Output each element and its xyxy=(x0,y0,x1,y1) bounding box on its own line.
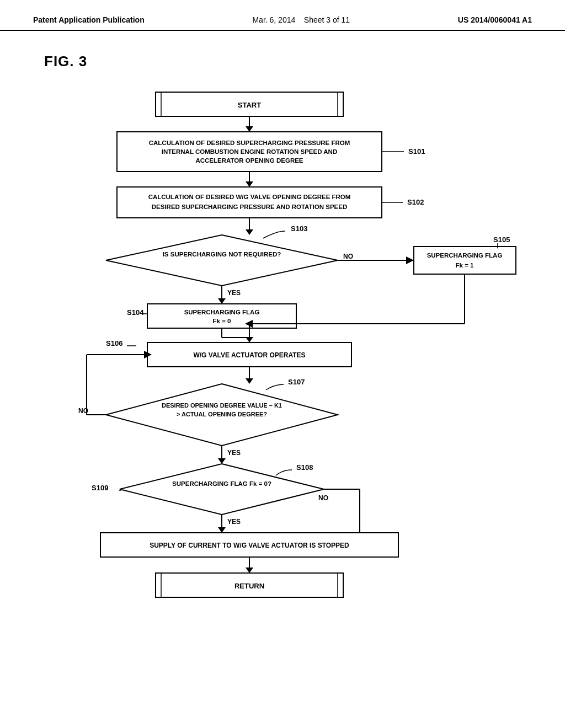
svg-text:SUPERCHARGING FLAG: SUPERCHARGING FLAG xyxy=(427,252,503,259)
svg-text:INTERNAL COMBUSTION ENGINE ROT: INTERNAL COMBUSTION ENGINE ROTATION SPEE… xyxy=(162,148,337,155)
svg-text:ACCELERATOR OPENING DEGREE: ACCELERATOR OPENING DEGREE xyxy=(195,157,303,164)
svg-marker-48 xyxy=(120,464,324,515)
s103-label: S103 xyxy=(291,224,307,233)
s108-yes-label: YES xyxy=(227,518,241,526)
svg-rect-25 xyxy=(147,304,296,328)
svg-text:> ACTUAL OPENING DEGREE?: > ACTUAL OPENING DEGREE? xyxy=(177,411,267,417)
flowchart-svg: START CALCULATION OF DESIRED SUPERCHARGI… xyxy=(45,87,520,682)
s101-label: S101 xyxy=(408,147,425,156)
header-patent-number: US 2014/0060041 A1 xyxy=(458,15,532,24)
svg-marker-10 xyxy=(246,181,253,187)
svg-marker-59 xyxy=(246,568,253,573)
svg-text:W/G VALVE ACTUATOR OPERATES: W/G VALVE ACTUATOR OPERATES xyxy=(193,351,305,359)
page-content: FIG. 3 START CALCULATION OF DESIRED SUPE… xyxy=(0,31,565,706)
svg-text:DESIRED OPENING DEGREE VALUE –: DESIRED OPENING DEGREE VALUE – K1 xyxy=(162,402,282,409)
header-date: Mar. 6, 2014 xyxy=(252,15,295,24)
svg-marker-16 xyxy=(106,235,338,286)
s103-yes-label: YES xyxy=(227,289,241,297)
header-date-sheet: Mar. 6, 2014 Sheet 3 of 11 xyxy=(252,15,350,24)
s102-label: S102 xyxy=(407,198,424,206)
svg-marker-55 xyxy=(218,527,226,533)
svg-text:Fk = 0: Fk = 0 xyxy=(213,318,231,324)
page: Patent Application Publication Mar. 6, 2… xyxy=(0,0,565,728)
figure-title: FIG. 3 xyxy=(44,53,521,70)
svg-marker-38 xyxy=(246,378,253,384)
s105-label: S105 xyxy=(493,235,510,244)
svg-marker-47 xyxy=(218,458,226,464)
svg-text:SUPERCHARGING FLAG Fk = 0?: SUPERCHARGING FLAG Fk = 0? xyxy=(172,480,271,487)
s103-no-label: NO xyxy=(343,253,353,260)
s108-label: S108 xyxy=(296,463,313,472)
s107-label: S107 xyxy=(288,378,305,386)
svg-text:DESIRED SUPERCHARGING PRESSURE: DESIRED SUPERCHARGING PRESSURE AND ROTAT… xyxy=(152,204,347,210)
svg-marker-4 xyxy=(246,126,253,132)
svg-marker-34 xyxy=(246,337,253,342)
s107-yes-label: YES xyxy=(227,449,241,457)
s104-label: S104 xyxy=(127,308,144,317)
svg-text:RETURN: RETURN xyxy=(234,582,264,590)
page-header: Patent Application Publication Mar. 6, 2… xyxy=(0,0,565,31)
svg-rect-20 xyxy=(414,247,516,274)
s109-label: S109 xyxy=(92,484,108,492)
s108-no-label: NO xyxy=(318,494,328,502)
svg-text:SUPERCHARGING FLAG: SUPERCHARGING FLAG xyxy=(184,309,260,315)
flowchart-container: START CALCULATION OF DESIRED SUPERCHARGI… xyxy=(45,87,520,684)
header-publication-label: Patent Application Publication xyxy=(33,15,145,24)
svg-marker-19 xyxy=(406,256,414,264)
header-sheet: Sheet 3 of 11 xyxy=(304,15,350,24)
svg-text:Fk = 1: Fk = 1 xyxy=(456,262,475,269)
svg-marker-15 xyxy=(246,229,253,235)
svg-text:SUPPLY OF CURRENT TO W/G VALVE: SUPPLY OF CURRENT TO W/G VALVE ACTUATOR … xyxy=(150,542,349,549)
start-label: START xyxy=(238,101,261,109)
svg-rect-11 xyxy=(117,187,382,218)
svg-marker-24 xyxy=(218,298,226,304)
svg-text:CALCULATION OF DESIRED SUPERCH: CALCULATION OF DESIRED SUPERCHARGING PRE… xyxy=(149,140,350,146)
svg-text:IS SUPERCHARGING NOT REQUIRED?: IS SUPERCHARGING NOT REQUIRED? xyxy=(163,251,281,258)
s106-label: S106 xyxy=(106,339,122,347)
svg-text:CALCULATION OF DESIRED W/G VAL: CALCULATION OF DESIRED W/G VALVE OPENING… xyxy=(148,194,351,200)
